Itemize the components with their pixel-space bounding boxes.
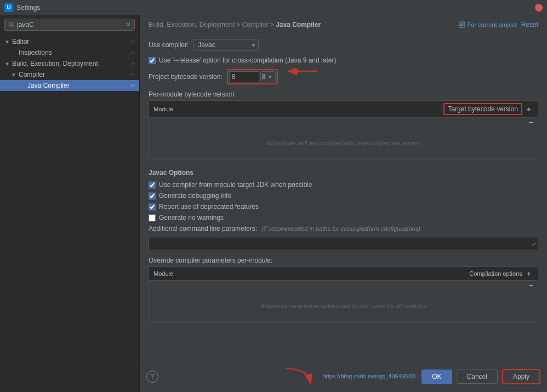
content-area: Build, Execution, Deployment > Compiler … bbox=[140, 15, 547, 392]
option-no-warnings-label: Generate no warnings bbox=[159, 214, 224, 221]
window-title: Settings bbox=[16, 4, 535, 12]
cancel-button[interactable]: Cancel bbox=[457, 370, 498, 384]
sidebar-item-build[interactable]: ▼ Build, Execution, Deployment ⟳ bbox=[0, 58, 139, 69]
footer: ? https://blog.csdn.net/qq_40649503 OK C… bbox=[140, 361, 547, 392]
additional-params-label: Additional command line parameters: bbox=[149, 225, 257, 232]
bytecode-input[interactable] bbox=[229, 71, 259, 82]
arrow-placeholder bbox=[20, 83, 25, 89]
sync-icon-java-compiler: ⟳ bbox=[130, 83, 135, 89]
bytecode-input-wrapper[interactable]: 8 ▼ bbox=[227, 69, 278, 84]
ok-button[interactable]: OK bbox=[421, 370, 452, 384]
svg-line-1 bbox=[12, 25, 14, 27]
sync-icon-compiler: ⟳ bbox=[130, 72, 135, 78]
search-box[interactable]: ✕ bbox=[4, 19, 135, 31]
sidebar-item-label: Editor bbox=[12, 38, 29, 46]
breadcrumb: Build, Execution, Deployment > Compiler … bbox=[149, 21, 321, 29]
main-layout: ✕ ▼ Editor ⟳ Inspections ⟳ ▼ Build, Exec… bbox=[0, 15, 547, 392]
per-module-table-empty: All modules will be compiled with projec… bbox=[149, 127, 538, 160]
compilation-col: Compilation options bbox=[469, 270, 522, 277]
title-bar: U Settings bbox=[0, 0, 547, 15]
sidebar-item-inspections[interactable]: Inspections ⟳ bbox=[0, 47, 139, 58]
help-button[interactable]: ? bbox=[146, 371, 158, 383]
sidebar-item-label: Inspections bbox=[19, 49, 52, 56]
close-button[interactable] bbox=[535, 4, 543, 12]
per-module-table-container: Module Target bytecode version + − All m… bbox=[149, 100, 538, 160]
option-debug-info: Generate debugging info bbox=[149, 192, 538, 200]
override-table-container: Module Compilation options + − Additiona… bbox=[149, 266, 538, 323]
footer-buttons: OK Cancel Apply bbox=[421, 369, 540, 384]
bytecode-version-row: Project bytecode version: 8 ▼ bbox=[149, 69, 538, 85]
release-option-label: Use '--release' option for cross-compila… bbox=[159, 56, 336, 64]
compiler-select[interactable]: Javac bbox=[193, 39, 259, 51]
bytecode-label: Project bytecode version: bbox=[149, 73, 223, 81]
table-side-controls: − bbox=[149, 118, 538, 127]
svg-rect-3 bbox=[460, 24, 464, 25]
arrow-icon: ▼ bbox=[4, 39, 10, 45]
sidebar-item-java-compiler[interactable]: Java Compiler ⟳ bbox=[0, 80, 139, 91]
arrow-icon: ▼ bbox=[11, 72, 16, 78]
params-input-wrapper[interactable]: ⤢ bbox=[149, 237, 538, 251]
add-module-button[interactable]: + bbox=[525, 105, 533, 113]
reset-button[interactable]: Reset bbox=[521, 21, 538, 29]
sidebar-item-label: Compiler bbox=[19, 71, 45, 78]
window-controls bbox=[535, 4, 543, 12]
checkbox-debug-info[interactable] bbox=[149, 192, 156, 200]
override-table-empty: Additional compilation options will be t… bbox=[149, 289, 538, 322]
release-option-row: Use '--release' option for cross-compila… bbox=[149, 56, 538, 64]
bytecode-select[interactable]: 8 bbox=[260, 71, 276, 82]
footer-url: https://blog.csdn.net/qq_40649503 bbox=[322, 373, 415, 379]
javac-options-section: Javac Options Use compiler from module t… bbox=[149, 169, 538, 323]
target-bytecode-col-header: Target bytecode version bbox=[443, 103, 522, 115]
option-no-warnings: Generate no warnings bbox=[149, 214, 538, 221]
search-input[interactable] bbox=[17, 21, 126, 29]
option-module-target: Use compiler from module target JDK when… bbox=[149, 181, 538, 189]
remove-module-button[interactable]: − bbox=[527, 118, 535, 127]
checkbox-module-target[interactable] bbox=[149, 181, 156, 189]
footer-url-wrapper: https://blog.csdn.net/qq_40649503 bbox=[158, 366, 415, 388]
compiler-select-wrapper[interactable]: Javac ▼ bbox=[193, 39, 259, 51]
content-body: Use compiler: Javac ▼ Use '--release' op… bbox=[140, 32, 547, 361]
red-arrow-apply bbox=[275, 366, 318, 388]
sidebar-item-label: Build, Execution, Deployment bbox=[12, 60, 98, 67]
sidebar: ✕ ▼ Editor ⟳ Inspections ⟳ ▼ Build, Exec… bbox=[0, 15, 140, 392]
arrow-icon: ▼ bbox=[4, 61, 10, 67]
option-module-target-label: Use compiler from module target JDK when… bbox=[159, 181, 312, 189]
sidebar-item-label: Java Compiler bbox=[27, 82, 70, 89]
module-col-header: Module bbox=[153, 106, 173, 112]
expand-icon[interactable]: ⤢ bbox=[532, 241, 536, 247]
add-override-button[interactable]: + bbox=[525, 269, 533, 278]
checkbox-no-warnings[interactable] bbox=[149, 214, 156, 221]
remove-override-button[interactable]: − bbox=[527, 281, 535, 289]
arrow-placeholder bbox=[11, 50, 16, 56]
table-header-row: Module Target bytecode version + bbox=[149, 101, 538, 118]
search-icon bbox=[8, 21, 15, 28]
override-label: Override compiler parameters per-module: bbox=[149, 257, 272, 264]
svg-rect-4 bbox=[460, 25, 463, 26]
svg-point-0 bbox=[9, 22, 13, 26]
javac-section-title: Javac Options bbox=[149, 169, 538, 177]
sidebar-item-compiler[interactable]: ▼ Compiler ⟳ bbox=[0, 69, 139, 80]
target-bytecode-col-header-group: Target bytecode version + bbox=[443, 103, 533, 115]
search-clear-icon[interactable]: ✕ bbox=[126, 21, 131, 29]
params-input[interactable] bbox=[149, 237, 538, 251]
bytecode-dropdown[interactable]: 8 ▼ bbox=[260, 71, 276, 82]
release-option-checkbox[interactable] bbox=[149, 57, 156, 64]
sync-icon-build: ⟳ bbox=[130, 61, 135, 67]
option-deprecated-label: Report use of deprecated features bbox=[159, 203, 259, 211]
per-module-label: Per-module bytecode version: bbox=[149, 90, 236, 98]
project-icon bbox=[459, 21, 465, 28]
for-project-indicator: For current project bbox=[459, 21, 517, 28]
option-debug-info-label: Generate debugging info bbox=[159, 192, 231, 200]
sidebar-item-editor[interactable]: ▼ Editor ⟳ bbox=[0, 36, 139, 47]
compilation-col-group: Compilation options + bbox=[469, 269, 533, 278]
red-arrow-bytecode bbox=[287, 69, 320, 85]
per-module-table-wrapper: Module Target bytecode version + − All m… bbox=[149, 100, 538, 160]
sync-icon-inspections: ⟳ bbox=[130, 50, 135, 56]
footer-left: ? bbox=[146, 371, 158, 383]
per-module-label-row: Per-module bytecode version: bbox=[149, 90, 538, 98]
app-icon: U bbox=[4, 3, 13, 12]
override-side-controls: − bbox=[149, 281, 538, 289]
content-header: Build, Execution, Deployment > Compiler … bbox=[140, 15, 547, 32]
apply-button[interactable]: Apply bbox=[502, 369, 540, 384]
checkbox-deprecated[interactable] bbox=[149, 203, 156, 211]
